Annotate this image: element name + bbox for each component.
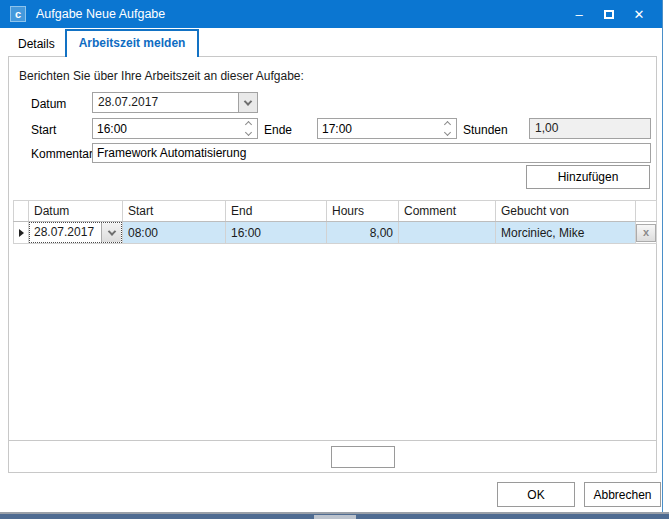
spinner-up-icon (443, 121, 450, 128)
content-panel: Berichten Sie über Ihre Arbeitszeit an d… (8, 56, 657, 473)
tab-details[interactable]: Details (8, 33, 65, 56)
cell-start[interactable]: 08:00 (123, 222, 226, 244)
column-header-datum[interactable]: Datum (29, 201, 123, 222)
datum-label: Datum (31, 97, 66, 111)
ende-input[interactable] (317, 118, 457, 139)
worklog-table: Datum Start End Hours Comment Gebucht vo… (13, 200, 657, 244)
row-selector-cell (14, 222, 29, 244)
ende-spinner[interactable] (440, 119, 454, 138)
column-header-end[interactable]: End (226, 201, 327, 222)
start-input[interactable] (92, 118, 258, 139)
stunden-label: Stunden (463, 123, 508, 137)
hinzufuegen-button[interactable]: Hinzufügen (526, 165, 650, 189)
row-datum-dropdown-button[interactable] (101, 223, 121, 242)
maximize-button[interactable] (594, 0, 624, 28)
chevron-down-icon (244, 97, 252, 105)
ende-input-field[interactable] (318, 119, 456, 138)
kommentar-label: Kommentar (31, 147, 93, 161)
window-title: Aufgabe Neue Aufgabe (36, 0, 165, 28)
spinner-up-icon (244, 121, 251, 128)
minimize-button[interactable]: – (564, 0, 594, 28)
start-label: Start (31, 123, 56, 137)
spinner-down-icon (443, 129, 450, 136)
datum-combobox[interactable]: 28.07.2017 (92, 92, 258, 113)
chevron-down-icon (107, 227, 115, 235)
table-header-row: Datum Start End Hours Comment Gebucht vo… (14, 201, 657, 222)
screen: c Aufgabe Neue Aufgabe – ✕ Details Arbei… (0, 0, 669, 522)
task-dialog: c Aufgabe Neue Aufgabe – ✕ Details Arbei… (0, 0, 663, 513)
intro-label: Berichten Sie über Ihre Arbeitszeit an d… (19, 69, 304, 83)
app-icon: c (10, 6, 26, 22)
tab-arbeitszeit-melden[interactable]: Arbeitszeit melden (65, 29, 200, 57)
kommentar-input-field[interactable] (93, 144, 650, 162)
close-button[interactable]: ✕ (624, 0, 654, 28)
cell-end[interactable]: 16:00 (226, 222, 327, 244)
start-spinner[interactable] (241, 119, 255, 138)
abbrechen-button[interactable]: Abbrechen (584, 482, 661, 507)
cell-gebucht-von[interactable]: Morciniec, Mike (496, 222, 636, 244)
datum-value: 28.07.2017 (93, 93, 257, 112)
column-header-hours[interactable]: Hours (327, 201, 399, 222)
window-controls: – ✕ (564, 0, 654, 28)
tab-strip: Details Arbeitszeit melden (8, 30, 199, 56)
row-datum-combobox[interactable]: 28.07.2017 (29, 222, 122, 243)
stunden-value: 1,00 (530, 119, 650, 138)
column-header-gebucht-von[interactable]: Gebucht von (496, 201, 636, 222)
window-titlebar: c Aufgabe Neue Aufgabe – ✕ (0, 0, 662, 28)
header-action (636, 201, 657, 222)
splitter-handle-button[interactable] (331, 446, 395, 468)
ende-label: Ende (264, 123, 292, 137)
cell-datum[interactable]: 28.07.2017 (29, 222, 123, 244)
cell-action: x (636, 222, 657, 244)
cell-comment[interactable] (399, 222, 496, 244)
column-header-start[interactable]: Start (123, 201, 226, 222)
ok-button[interactable]: OK (497, 482, 575, 507)
kommentar-input[interactable] (92, 143, 651, 163)
start-input-field[interactable] (93, 119, 257, 138)
row-selector-icon (19, 229, 24, 237)
delete-row-button[interactable]: x (636, 224, 656, 242)
splitter-grip-icon (314, 515, 356, 519)
stunden-field: 1,00 (529, 118, 651, 139)
maximize-icon (604, 10, 614, 19)
cell-hours[interactable]: 8,00 (327, 222, 399, 244)
header-gutter (14, 201, 29, 222)
spinner-down-icon (244, 129, 251, 136)
bottom-splitter-bar[interactable] (0, 512, 669, 519)
table-row[interactable]: 28.07.2017 08:00 16:00 8,00 Morciniec, M… (14, 222, 657, 244)
datum-dropdown-button[interactable] (238, 93, 257, 112)
column-header-comment[interactable]: Comment (399, 201, 496, 222)
panel-divider (9, 440, 656, 441)
